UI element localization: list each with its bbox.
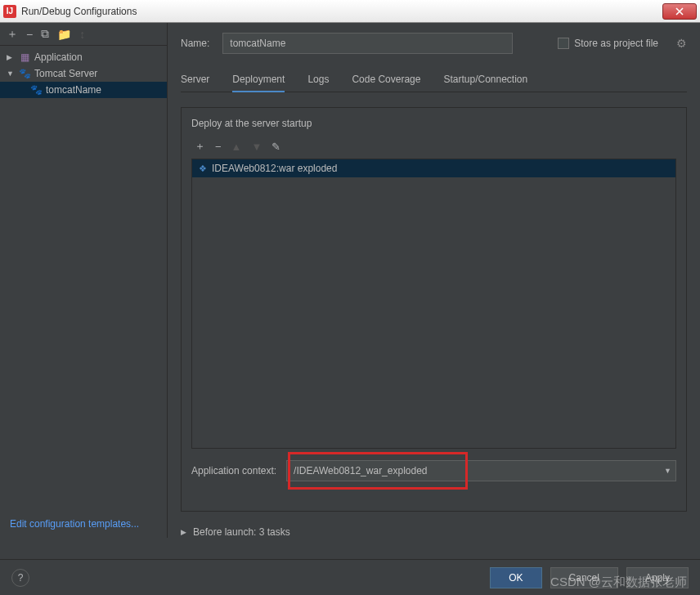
down-icon[interactable]: ▼ <box>251 141 262 153</box>
application-icon: ▦ <box>18 51 31 63</box>
tab-server[interactable]: Server <box>181 69 209 92</box>
add-icon[interactable]: ＋ <box>7 27 18 42</box>
tree-node-application[interactable]: ▶ ▦ Application <box>0 49 167 65</box>
artifact-list[interactable]: ❖ IDEAWeb0812:war exploded <box>191 159 676 449</box>
name-row: Name: Store as project file ⚙ <box>181 33 687 54</box>
edit-templates-link[interactable]: Edit configuration templates... <box>10 518 139 530</box>
edit-templates-row: Edit configuration templates... <box>0 510 167 538</box>
config-tree: ▶ ▦ Application ▼ 🐾 Tomcat Server 🐾 tomc… <box>0 46 167 510</box>
tab-startup[interactable]: Startup/Connection <box>443 69 527 92</box>
app-context-combo[interactable]: ▼ <box>286 460 676 481</box>
edit-icon[interactable]: ✎ <box>271 141 280 153</box>
remove-icon[interactable]: − <box>215 141 222 153</box>
store-label: Store as project file <box>574 38 658 49</box>
sort-icon[interactable]: ↕ <box>79 28 85 41</box>
app-context-label: Application context: <box>191 465 276 476</box>
tab-deployment[interactable]: Deployment <box>232 69 285 92</box>
tree-label: tomcatName <box>46 84 101 96</box>
artifact-item[interactable]: ❖ IDEAWeb0812:war exploded <box>192 159 675 177</box>
tabs: Server Deployment Logs Code Coverage Sta… <box>181 69 687 92</box>
sidebar-toolbar: ＋ − ⧉ 📁 ↕ <box>0 23 167 46</box>
bottom-bar: ? OK Cancel Apply <box>0 559 700 595</box>
app-context-row: Application context: ▼ <box>191 460 676 481</box>
add-icon[interactable]: ＋ <box>195 139 205 154</box>
close-icon <box>675 7 684 16</box>
app-icon: IJ <box>3 5 16 18</box>
deploy-heading: Deploy at the server startup <box>191 118 676 129</box>
sidebar: ＋ − ⧉ 📁 ↕ ▶ ▦ Application ▼ 🐾 Tomcat Ser… <box>0 23 168 538</box>
folder-icon[interactable]: 📁 <box>57 28 71 41</box>
deploy-section: Deploy at the server startup ＋ − ▲ ▼ ✎ ❖… <box>181 107 687 512</box>
tab-logs[interactable]: Logs <box>307 69 329 92</box>
up-icon[interactable]: ▲ <box>231 141 242 153</box>
tomcat-icon: 🐾 <box>29 84 43 96</box>
app-context-input[interactable] <box>286 460 676 481</box>
before-launch-row[interactable]: ▶ Before launch: 3 tasks <box>181 526 687 538</box>
cancel-button[interactable]: Cancel <box>550 567 618 588</box>
chevron-right-icon: ▶ <box>7 53 15 61</box>
artifact-icon: ❖ <box>199 163 207 174</box>
tree-label: Application <box>34 51 83 63</box>
checkbox-icon[interactable] <box>558 38 569 49</box>
close-button[interactable] <box>662 3 697 20</box>
gear-icon[interactable]: ⚙ <box>676 37 687 50</box>
tree-node-config[interactable]: 🐾 tomcatName <box>0 82 167 98</box>
ok-button[interactable]: OK <box>490 567 541 588</box>
artifact-label: IDEAWeb0812:war exploded <box>212 163 337 174</box>
tab-coverage[interactable]: Code Coverage <box>352 69 420 92</box>
remove-icon[interactable]: − <box>26 28 33 41</box>
name-label: Name: <box>181 38 209 49</box>
main-layout: ＋ − ⧉ 📁 ↕ ▶ ▦ Application ▼ 🐾 Tomcat Ser… <box>0 23 700 538</box>
tree-node-tomcat[interactable]: ▼ 🐾 Tomcat Server <box>0 65 167 82</box>
help-button[interactable]: ? <box>11 569 29 587</box>
deploy-toolbar: ＋ − ▲ ▼ ✎ <box>191 137 676 155</box>
chevron-right-icon: ▶ <box>181 528 186 536</box>
content-panel: Name: Store as project file ⚙ Server Dep… <box>168 23 700 538</box>
store-as-project-file[interactable]: Store as project file <box>558 38 658 49</box>
chevron-down-icon: ▼ <box>7 69 15 78</box>
apply-button[interactable]: Apply <box>626 567 689 588</box>
window-title: Run/Debug Configurations <box>21 6 662 17</box>
tree-label: Tomcat Server <box>34 68 97 79</box>
titlebar: IJ Run/Debug Configurations <box>0 0 700 23</box>
name-input[interactable] <box>222 33 513 54</box>
tomcat-icon: 🐾 <box>18 68 31 79</box>
before-launch-label: Before launch: 3 tasks <box>193 526 290 538</box>
copy-icon[interactable]: ⧉ <box>41 27 49 41</box>
